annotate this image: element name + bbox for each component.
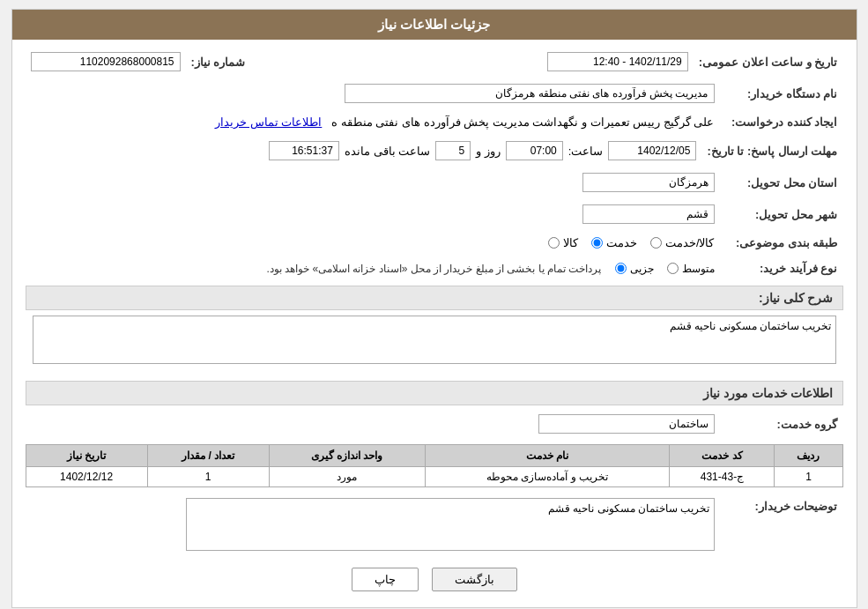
need-number-value [26,48,186,75]
category-kala-option[interactable]: کالا [548,236,578,249]
need-number-input[interactable] [31,52,181,71]
deadline-date-cell: ساعت: روز و ساعت باقی مانده [26,137,702,164]
province-label: استان محل تحویل: [720,169,843,196]
purchase-jozi-label: جزیی [630,263,654,275]
cell-service_code: ج-43-431 [670,467,775,487]
col-quantity: تعداد / مقدار [147,445,269,467]
buyer-org-label: نام دستگاه خریدار: [720,80,843,107]
category-kala-label: کالا [563,236,578,249]
deadline-time-label: ساعت: [568,145,604,158]
col-need-date: تاریخ نیاز [26,445,147,467]
purchase-jozi-option[interactable]: جزیی [615,263,654,275]
col-unit: واحد اندازه گیری [269,445,425,467]
deadline-label: مهلت ارسال پاسخ: تا تاریخ: [701,137,842,164]
buttons-row: بازگشت چاپ [26,568,843,591]
need-desc-section-header: شرح کلی نیاز: [26,286,843,310]
col-row-num: ردیف [775,445,842,467]
services-section-header: اطلاعات خدمات مورد نیاز [26,381,843,405]
need-desc-textarea[interactable]: تخریب ساختمان مسکونی ناحیه قشم [33,316,836,364]
category-kala-khedmat-radio[interactable] [650,237,662,249]
category-khedmat-option[interactable]: خدمت [591,236,637,249]
buyer-desc-cell: تخریب ساختمان مسکونی ناحیه قشم [26,494,720,557]
service-group-value-cell [26,411,720,437]
deadline-remaining-label: ساعت باقی مانده [345,145,430,158]
city-label: شهر محل تحویل: [720,201,843,227]
category-kala-khedmat-label: کالا/خدمت [665,236,715,249]
requester-contact-link[interactable]: اطلاعات تماس خریدار [215,115,322,129]
purchase-jozi-radio[interactable] [615,263,627,274]
city-value-cell [26,201,720,227]
purchase-note: پرداخت تمام یا بخشی از مبلغ خریدار از مح… [266,263,601,275]
cell-unit: مورد [269,467,425,487]
category-options: کالا/خدمت خدمت کالا [26,233,720,253]
buyer-desc-label: توضیحات خریدار: [720,494,843,557]
announcement-label: تاریخ و ساعت اعلان عمومی: [694,48,843,75]
cell-service_name: تخریب و آماده‌سازی محوطه [425,467,670,487]
purchase-motavaset-option[interactable]: متوسط [667,263,715,275]
service-group-input[interactable] [538,414,715,434]
cell-row_num: 1 [775,467,842,487]
purchase-type-label: نوع فرآیند خرید: [720,258,843,279]
city-input[interactable] [582,204,715,224]
need-desc-container: تخریب ساختمان مسکونی ناحیه قشم [26,316,843,374]
service-group-label: گروه خدمت: [720,411,843,437]
requester-value: علی گرگیج رییس تعمیرات و نگهداشت مدیریت … [26,112,720,132]
purchase-type-cell: متوسط جزیی پرداخت تمام یا بخشی از مبلغ خ… [26,258,720,279]
table-row: 1ج-43-431تخریب و آماده‌سازی محوطهمورد114… [26,467,842,487]
deadline-date-input[interactable] [608,141,696,160]
back-button[interactable]: بازگشت [432,568,517,591]
category-khedmat-label: خدمت [606,236,637,249]
announcement-value [542,48,694,75]
requester-label: ایجاد کننده درخواست: [720,112,843,132]
print-button[interactable]: چاپ [352,568,419,591]
purchase-motavaset-label: متوسط [682,263,715,275]
page-title: جزئیات اطلاعات نیاز [12,10,857,40]
category-label: طبقه بندی موضوعی: [720,233,843,253]
deadline-days-label: روز و [476,145,501,158]
requester-text: علی گرگیج رییس تعمیرات و نگهداشت مدیریت … [331,115,714,129]
cell-quantity: 1 [147,467,269,487]
deadline-remaining-input[interactable] [269,141,339,160]
cell-need_date: 1402/12/12 [26,467,147,487]
category-kala-radio[interactable] [548,237,560,249]
buyer-desc-textarea[interactable]: تخریب ساختمان مسکونی ناحیه قشم [186,498,715,551]
buyer-org-value [26,80,720,107]
province-input[interactable] [582,173,715,192]
deadline-days-input[interactable] [435,141,471,160]
category-kala-khedmat-option[interactable]: کالا/خدمت [650,236,715,249]
col-service-name: نام خدمت [425,445,670,467]
category-khedmat-radio[interactable] [591,237,603,249]
deadline-time-input[interactable] [506,141,563,160]
buyer-org-input[interactable] [345,84,715,103]
purchase-motavaset-radio[interactable] [667,263,679,274]
announcement-input[interactable] [547,52,688,71]
need-number-label: شماره نیاز: [186,48,251,75]
province-value-cell [26,169,720,196]
services-table: ردیف کد خدمت نام خدمت واحد اندازه گیری ت… [26,444,843,487]
col-service-code: کد خدمت [670,445,775,467]
